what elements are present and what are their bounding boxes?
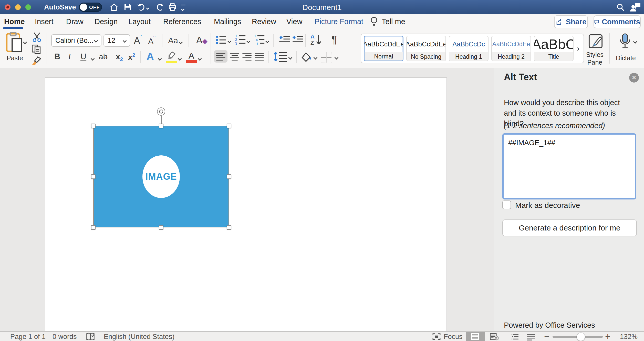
zoom-slider[interactable] [553,336,603,338]
view-web-layout-button[interactable] [490,333,499,341]
change-case-button[interactable]: Aa [168,36,178,45]
alt-text-panel: Alt Text ✕ How would you describe this o… [494,68,644,331]
show-marks-pilcrow-button[interactable]: ¶ [331,34,337,45]
cut-icon[interactable] [31,32,43,43]
strikethrough-button[interactable]: ab [99,52,107,61]
align-right-button[interactable] [242,53,252,61]
clear-formatting-button[interactable]: A◆ [196,35,207,46]
borders-button[interactable] [321,52,332,63]
resize-handle-bottom-right[interactable] [227,225,231,230]
zoom-out-button[interactable]: − [544,331,549,341]
align-left-button[interactable] [214,50,227,63]
bullets-button[interactable] [216,35,226,45]
justify-button[interactable] [255,53,264,61]
word-count[interactable]: 0 words [53,333,77,341]
tab-review[interactable]: Review [252,17,276,26]
paste-menu-chevron-icon[interactable] [24,40,26,45]
dictate-chevron-icon[interactable] [634,39,637,44]
tab-references[interactable]: References [163,17,201,26]
lightbulb-icon [370,16,378,28]
style-heading-2[interactable]: AaBbCcDdEe Heading 2 [491,36,531,61]
view-draft-button[interactable] [527,333,535,341]
style-normal[interactable]: AaBbCcDdEe Normal [364,36,403,61]
font-size-select[interactable]: 12 [103,34,130,47]
language-status[interactable]: English (United States) [104,333,174,341]
tab-layout[interactable]: Layout [128,17,151,26]
page-count[interactable]: Page 1 of 1 [10,333,46,341]
focus-label[interactable]: Focus [444,333,463,341]
bold-button[interactable]: B [54,52,60,61]
tab-design[interactable]: Design [95,17,118,26]
multilevel-chevron-icon[interactable] [266,39,269,44]
selected-image[interactable]: IMAGE [93,126,229,227]
resize-handle-top-left[interactable] [91,124,96,128]
resize-handle-middle-right[interactable] [227,174,231,179]
styles-pane-button[interactable] [588,34,603,50]
tab-draw[interactable]: Draw [66,17,84,26]
font-color-button[interactable]: A [186,51,197,63]
subscript-button[interactable]: x2 [116,52,123,62]
presence-share-icon[interactable] [630,2,641,13]
format-painter-icon[interactable] [31,56,42,67]
shading-chevron-icon[interactable] [314,55,317,60]
zoom-in-button[interactable]: + [605,331,610,341]
alt-text-input[interactable]: ##IMAGE_1## [502,133,636,199]
comments-button[interactable]: Comments [594,15,641,28]
bullets-chevron-icon[interactable] [228,39,231,44]
font-name-select[interactable]: Calibri (Bo... [51,34,101,47]
tab-tell-me[interactable]: Tell me [382,17,405,26]
numbering-button[interactable]: 123 [235,34,246,46]
font-color-chevron-icon[interactable] [198,56,201,61]
search-icon[interactable] [616,3,625,13]
zoom-level[interactable]: 132% [620,333,638,341]
paste-button[interactable] [6,32,23,54]
rotation-handle[interactable] [157,107,165,116]
tab-picture-format[interactable]: Picture Format [315,17,363,26]
generate-description-button[interactable]: Generate a description for me [502,219,637,236]
resize-handle-top-right[interactable] [227,124,231,128]
shrink-font-button[interactable]: Aˇ [148,35,155,46]
borders-chevron-icon[interactable] [335,55,338,60]
resize-handle-bottom-center[interactable] [159,225,163,230]
copy-icon[interactable] [31,44,41,55]
text-effects-button[interactable]: A [147,51,154,62]
tab-mailings[interactable]: Mailings [214,17,241,26]
shading-button[interactable] [301,52,313,63]
zoom-slider-thumb[interactable] [577,333,585,341]
align-center-button[interactable] [230,53,239,61]
proofing-icon[interactable] [86,332,95,341]
panel-close-icon[interactable]: ✕ [629,73,639,83]
change-case-chevron-icon[interactable] [179,40,182,45]
resize-handle-middle-left[interactable] [91,174,96,179]
style-no-spacing[interactable]: AaBbCcDdEe No Spacing [406,36,446,61]
view-print-layout-button[interactable] [466,332,485,341]
resize-handle-top-center[interactable] [159,124,163,128]
resize-handle-bottom-left[interactable] [91,225,96,230]
grow-font-button[interactable]: Aˆ [134,34,142,46]
share-button[interactable]: Share [554,15,588,28]
decrease-indent-button[interactable] [279,35,290,45]
style-heading-1[interactable]: AaBbCcDc Heading 1 [449,36,489,61]
focus-icon[interactable] [432,333,441,341]
mark-decorative-checkbox[interactable] [502,200,511,209]
tab-home[interactable]: Home [4,17,25,26]
document-page[interactable]: IMAGE [45,77,447,331]
numbering-chevron-icon[interactable] [247,39,250,44]
style-title[interactable]: AaBbC Title [534,36,574,61]
view-outline-button[interactable] [510,333,519,341]
highlight-chevron-icon[interactable] [178,56,181,61]
underline-button[interactable]: U [80,52,86,61]
line-spacing-chevron-icon[interactable] [289,55,292,60]
tab-insert[interactable]: Insert [35,17,54,26]
line-spacing-button[interactable] [274,51,287,63]
superscript-button[interactable]: x2 [128,52,135,62]
multilevel-list-button[interactable]: 1ai [254,34,265,46]
text-effects-chevron-icon[interactable] [158,56,161,61]
styles-gallery-more-chevron-icon[interactable]: › [577,44,579,53]
underline-chevron-icon[interactable] [91,56,94,61]
italic-button[interactable]: I [68,52,71,61]
increase-indent-button[interactable] [292,35,304,45]
dictate-button[interactable] [618,33,632,50]
tab-view[interactable]: View [286,17,302,26]
highlight-color-button[interactable] [166,51,177,63]
